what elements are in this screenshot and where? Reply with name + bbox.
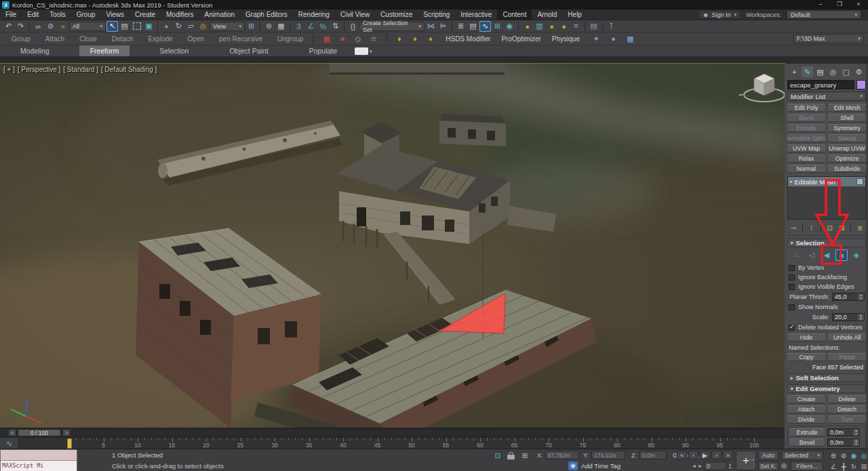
set-keys-button[interactable]: +⊸ [736,451,756,470]
edit-geometry-button-attach[interactable]: Attach [787,405,825,413]
sign-in-button[interactable]: ☻ Sign In▾ [698,10,741,19]
toolbar-align-icon[interactable]: ⊨ [437,21,449,32]
menu-create[interactable]: Create [130,9,161,20]
group-toolbar-hsds-modifier[interactable]: HSDS Modifier [440,35,496,43]
toolbar-snap-toggle-3d-icon[interactable]: 3 [293,21,304,32]
group-toolbar-close[interactable]: Close [72,35,104,43]
maxscript-macro-recorder[interactable] [1,450,77,461]
viewport-nav-zoom-extents-icon[interactable]: ◉ [849,451,859,461]
group-toolbar-explode[interactable]: Explode [140,35,180,43]
group-toolbar-shape-outline-icon[interactable]: ◇ [352,33,363,44]
stack-tool-configure-modifier-sets-icon[interactable]: ≣ [854,223,865,232]
show-normals-checkbox[interactable] [789,304,795,310]
toolbar-bind-to-space-warp-icon[interactable]: ≈ [57,21,68,32]
toolbar-rendered-frame-window-icon[interactable]: ▥ [534,21,545,32]
planar-thresh-spinner[interactable]: 45,0▲▼ [832,293,865,301]
subobject-element-icon[interactable]: ◈ [850,249,863,261]
group-toolbar-pen-recursive[interactable]: pen Recursive [212,35,270,43]
delete-isolated-vertices-checkbox[interactable] [789,325,795,331]
open-mini-curve-editor-button[interactable]: ∿ [0,438,19,449]
modifier-button-edit-mesh[interactable]: Edit Mesh [828,104,866,112]
key-filters-icon[interactable]: ⊚ [778,461,789,470]
copy-button[interactable]: Copy [787,353,825,361]
ribbon-config-icon[interactable] [355,47,368,55]
frame-forward-icon[interactable]: ► [698,464,703,468]
group-toolbar-ungroup[interactable]: Ungroup [270,35,311,43]
extrude-spinner[interactable]: 0,0m▲▼ [827,428,860,436]
stack-tool-show-end-result-icon[interactable]: ⊺ [806,223,817,232]
next-frame-button[interactable]: > [62,429,71,436]
toolbar-redo-icon[interactable]: ↷ [15,21,26,32]
x-coordinate-field[interactable]: 67,782m [545,451,579,459]
current-frame-marker[interactable] [67,438,72,449]
maxscript-mini-listener[interactable]: MAXScript Mi [0,449,77,471]
playback-go-to-start-icon[interactable]: « [677,451,687,459]
menu-rendering[interactable]: Rendering [293,9,335,20]
menu-animation[interactable]: Animation [199,9,240,20]
stack-tool-remove-modifier-icon[interactable]: ⊠ [836,223,847,232]
group-toolbar-group[interactable]: Group [4,35,38,43]
toolbar-curve-editor-icon[interactable]: ∿ [479,21,491,32]
group-toolbar-star-outline-icon[interactable]: ☆ [368,33,379,44]
workspace-dropdown[interactable]: Default▾ [787,10,861,19]
edit-geometry-button-detach[interactable]: Detach [828,405,866,413]
menu-civil-view[interactable]: Civil View [335,9,375,20]
modifier-button-unwrap-uvw[interactable]: Unwrap UVW [828,144,866,152]
panel-tab-display-icon[interactable]: ▢ [840,66,852,77]
viewport-menu-pov[interactable]: [ Perspective ] [18,66,60,73]
isolate-selection-toggle-icon[interactable]: ⊡ [492,451,503,460]
y-coordinate-field[interactable]: 174,11m [591,451,625,459]
bevel-button[interactable]: Bevel [789,438,825,447]
toolbar-edit-named-selection-sets-icon[interactable]: {} [347,21,359,32]
toolbar-select-and-link-icon[interactable]: ∞ [33,21,44,32]
maximize-button[interactable]: ❐ [830,0,849,9]
stack-tool-make-unique-icon[interactable]: ⊡ [825,223,835,232]
toolbar-render-shaded-icon[interactable]: ▤ [588,21,599,32]
ribbon-tab-selection[interactable]: Selection [149,45,199,56]
menu-views[interactable]: Views [101,9,130,20]
toolbar-select-and-scale-icon[interactable]: ▱ [185,21,197,32]
expand-icon[interactable]: ▸ [790,179,793,184]
edit-geometry-button-delete[interactable]: Delete [828,395,866,403]
menu-arnold[interactable]: Arnold [532,9,562,20]
viewport-nav-zoom-extents-all-icon[interactable]: ◎ [859,451,868,461]
panel-tab-create-icon[interactable]: + [789,66,800,77]
group-toolbar-modifier-preset-1-icon[interactable]: ♦ [393,33,405,44]
group-toolbar-prooptimizer[interactable]: ProOptimizer [496,35,546,43]
playback-play-icon[interactable]: ▶ [700,451,710,459]
modifier-button-sweep[interactable]: Sweep [828,134,866,142]
playback-next-frame-icon[interactable]: › [711,451,722,459]
toolbar-use-pivot-point-center-icon[interactable]: ⊞ [245,21,257,32]
viewport-menu-plus[interactable]: [ + ] [3,66,15,73]
auto-key-button[interactable]: Auto [758,451,778,460]
ribbon-tab-modeling[interactable]: Modeling [9,45,60,56]
toolbar-percent-snap-icon[interactable]: % [317,21,329,32]
toolbar-unlink-selection-icon[interactable]: ⊘ [45,21,56,32]
toolbar-schematic-view-icon[interactable]: ⊞ [492,21,503,32]
by-vertex-checkbox[interactable] [789,265,795,271]
playback-previous-frame-icon[interactable]: ‹ [688,451,698,459]
stack-tool-pin-stack-icon[interactable]: ⊸ [788,223,799,232]
edit-geometry-button-create[interactable]: Create [787,395,825,403]
playback-go-to-end-icon[interactable]: » [723,451,733,459]
group-toolbar-open[interactable]: Open [180,35,212,43]
edit-geometry-button-turn[interactable]: Turn [828,415,866,424]
toolbar-select-and-manipulate-icon[interactable]: ⊚ [263,21,275,32]
toolbar-spinner-snap-icon[interactable]: ⇅ [330,21,341,32]
menu-interactive[interactable]: Interactive [455,9,497,20]
group-toolbar-detach[interactable]: Detach [104,35,141,43]
stack-item-editable-mesh[interactable]: ▸ Editable Mesh [788,177,865,186]
toolbar-select-and-move-icon[interactable]: + [161,21,172,32]
subobject-vertex-icon[interactable]: ∴ [791,249,803,261]
edit-geometry-rollout-header[interactable]: ▾Edit Geometry [787,384,866,393]
menu-group[interactable]: Group [71,9,101,20]
toolbar-render-setup-icon[interactable]: ● [521,21,533,32]
viewport-menu-shading[interactable]: [ Default Shading ] [101,66,157,73]
modifier-button-extrude[interactable]: Extrude [787,124,825,132]
subobject-polygon-icon[interactable]: ■ [835,249,848,261]
toolbar-render-in-cloud-icon[interactable]: ● [558,21,570,32]
menu-edit[interactable]: Edit [22,9,44,20]
menu-modifiers[interactable]: Modifiers [161,9,199,20]
perspective-viewport[interactable]: [ + ] [ Perspective ] [ Standard ] [ Def… [0,64,785,428]
current-frame-field[interactable]: 0 [704,462,727,470]
